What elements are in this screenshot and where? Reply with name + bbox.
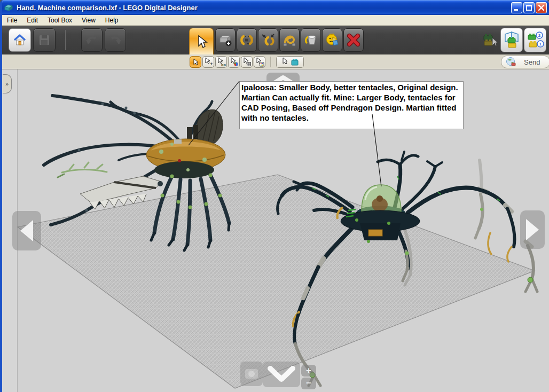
blade-joint xyxy=(158,181,163,186)
home-button[interactable] xyxy=(9,28,31,52)
hide-tool-button[interactable] xyxy=(322,28,342,52)
cursor-multi-icon: ×× xyxy=(216,57,226,67)
app-window: Hand. Machine comparison.lxf - LEGO Digi… xyxy=(0,0,549,392)
delete-tool-button[interactable] xyxy=(343,28,364,52)
sub-toolbar: + ×× Send xyxy=(2,54,549,69)
engine-cylinder xyxy=(193,125,198,139)
paint-tool-button[interactable] xyxy=(301,28,321,52)
menu-bar: File Edit Tool Box View Help xyxy=(2,15,549,26)
close-icon xyxy=(536,3,546,13)
select-single-button[interactable] xyxy=(190,56,201,68)
menu-help[interactable]: Help xyxy=(100,15,123,25)
annotation-note[interactable]: Ipaloosa: Smaller Body, better tentacles… xyxy=(239,81,464,129)
triangle-left-icon xyxy=(20,220,33,241)
viewport-3d[interactable]: Ipaloosa: Smaller Body, better tentacles… xyxy=(2,69,549,392)
toolbar-separator xyxy=(65,30,66,50)
under-body xyxy=(154,161,214,178)
zoom-in-button[interactable]: + xyxy=(301,365,316,377)
menu-toolbox[interactable]: Tool Box xyxy=(43,15,77,25)
menu-file[interactable]: File xyxy=(2,15,22,25)
send-button[interactable]: Send xyxy=(501,56,549,68)
cursor-brick-icon xyxy=(279,57,301,67)
select-color-button[interactable] xyxy=(228,56,240,68)
martian-head xyxy=(377,195,383,202)
titlebar[interactable]: Hand. Machine comparison.lxf - LEGO Digi… xyxy=(0,0,549,15)
svg-text:××: ×× xyxy=(221,62,226,67)
svg-text:1: 1 xyxy=(539,42,542,46)
clone-tool-button[interactable] xyxy=(215,28,236,52)
menu-edit[interactable]: Edit xyxy=(22,15,43,25)
clone-icon xyxy=(217,32,233,48)
engine-cylinder xyxy=(187,127,192,140)
close-button[interactable] xyxy=(536,2,547,13)
chevron-down-icon xyxy=(263,362,300,387)
hinge-icon xyxy=(239,32,255,48)
delete-x-icon xyxy=(346,32,362,48)
flex-icon xyxy=(281,32,297,48)
moss-branch xyxy=(58,162,107,177)
triangle-right-icon xyxy=(526,219,539,240)
window-controls xyxy=(511,2,547,13)
minimize-icon xyxy=(514,9,518,11)
window-title: Hand. Machine comparison.lxf - LEGO Digi… xyxy=(17,4,198,12)
rotate-right-button[interactable] xyxy=(520,210,545,249)
select-cursor-icon xyxy=(194,34,208,49)
select-add-button[interactable]: + xyxy=(202,56,214,68)
expander-glyph: » xyxy=(5,81,9,87)
sub-toolbar-separator xyxy=(270,57,271,67)
hinge-tool-button[interactable] xyxy=(237,28,257,52)
camera-glyph-icon xyxy=(240,362,263,386)
main-toolbar: 2 1 xyxy=(2,26,549,54)
cursor-add-icon: + xyxy=(203,57,213,67)
zoom-out-button[interactable]: − xyxy=(301,378,316,389)
bricks-cursor-icon xyxy=(481,32,498,50)
select-shape-button[interactable] xyxy=(241,56,253,68)
building-guide-icon: 2 1 xyxy=(526,30,544,50)
minimize-button[interactable] xyxy=(511,2,522,13)
paint-bucket-icon xyxy=(303,32,319,48)
cursor-shape-icon xyxy=(242,57,252,67)
save-icon xyxy=(37,33,51,47)
redo-icon xyxy=(108,33,123,47)
undo-icon xyxy=(84,33,99,47)
menu-view[interactable]: View xyxy=(77,15,100,25)
svg-text:+: + xyxy=(210,61,213,67)
camera-down-button[interactable] xyxy=(263,362,300,387)
select-multi-button[interactable]: ×× xyxy=(215,56,227,68)
select-tool-button[interactable] xyxy=(189,28,214,54)
redo-button[interactable] xyxy=(105,28,126,52)
palette-expander-tab[interactable]: » xyxy=(3,74,12,93)
undo-button[interactable] xyxy=(81,28,103,52)
view-mode-button[interactable] xyxy=(500,28,523,52)
hinge-align-icon xyxy=(260,32,276,48)
select-color-shape-button[interactable] xyxy=(254,56,265,68)
select-same-button[interactable] xyxy=(276,56,304,68)
camera-reset-button[interactable] xyxy=(240,362,263,386)
minifig-head-icon xyxy=(324,32,340,48)
cursor-color-shape-icon xyxy=(255,57,264,67)
view-corner-icon xyxy=(503,31,520,49)
rotate-left-button[interactable] xyxy=(12,211,41,250)
save-button[interactable] xyxy=(33,28,56,52)
maximize-button[interactable] xyxy=(523,2,535,13)
gold-plate xyxy=(368,230,382,236)
svg-text:2: 2 xyxy=(538,33,541,38)
send-label: Send xyxy=(524,58,540,66)
cursor-color-icon xyxy=(229,57,239,67)
home-icon xyxy=(12,33,27,48)
building-guide-button[interactable]: 2 1 xyxy=(524,28,546,52)
hinge-align-tool-button[interactable] xyxy=(258,28,278,52)
cursor-icon xyxy=(191,58,200,66)
maximize-icon xyxy=(526,5,532,11)
flex-tool-button[interactable] xyxy=(279,28,300,52)
app-icon xyxy=(4,3,13,12)
templates-button[interactable] xyxy=(479,30,499,51)
globe-icon xyxy=(506,57,516,67)
